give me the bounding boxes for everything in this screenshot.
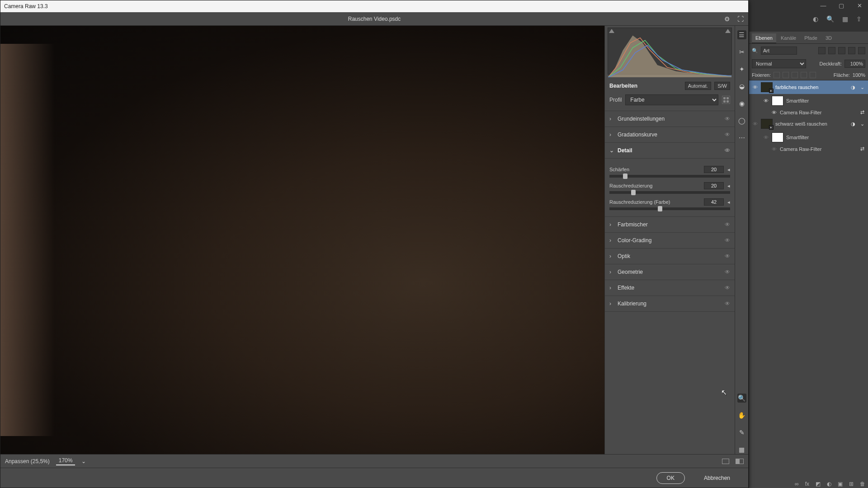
section-grading[interactable]: › Color-Grading 👁 <box>605 233 735 249</box>
layer-name[interactable]: Camera Raw-Filter <box>780 146 856 152</box>
bw-button[interactable]: S/W <box>714 82 730 90</box>
histogram[interactable] <box>608 28 732 75</box>
fit-label[interactable]: Anpassen (25,5%) <box>5 458 50 465</box>
fullscreen-icon[interactable]: ⛶ <box>737 15 744 23</box>
layer-row[interactable]: 👁 ▸ schwarz weiß rauschen ◑ ⌄ <box>749 117 868 131</box>
filter-options-icon[interactable]: ⇄ <box>859 109 865 115</box>
layer-name[interactable]: farbliches rauschen <box>775 84 847 90</box>
spot-tool-icon[interactable]: ✦ <box>737 65 746 74</box>
grid-tool-icon[interactable]: ▦ <box>737 445 746 454</box>
filter-badge-icon[interactable]: ◑ <box>850 84 856 90</box>
visibility-icon[interactable]: 👁 <box>752 121 758 127</box>
fx-icon[interactable]: fx <box>805 481 809 487</box>
trash-icon[interactable]: 🗑 <box>860 481 865 487</box>
filter-smart-icon[interactable] <box>858 47 865 54</box>
visibility-icon[interactable]: 👁 <box>725 221 730 228</box>
visibility-icon[interactable]: 👁 <box>763 135 769 140</box>
opacity-value[interactable]: 100% <box>844 60 865 68</box>
edit-tool-icon[interactable]: ☰ <box>737 30 746 39</box>
cloud-docs-icon[interactable]: ◐ <box>813 15 818 23</box>
layer-row[interactable]: 👁 Smartfilter <box>749 94 868 108</box>
split-view-icon[interactable] <box>736 459 744 464</box>
visibility-icon[interactable]: 👁 <box>725 147 730 154</box>
chevron-down-icon[interactable]: ⌄ <box>859 84 865 90</box>
maximize-icon[interactable]: ▢ <box>837 2 845 9</box>
group-icon[interactable]: ▣ <box>838 481 843 487</box>
gear-icon[interactable]: ⚙ <box>724 15 730 23</box>
layer-thumb[interactable]: ▸ <box>761 82 773 92</box>
cancel-button[interactable]: Abbrechen <box>694 473 740 483</box>
filter-adjust-icon[interactable] <box>828 47 835 54</box>
mask-icon[interactable]: ◩ <box>816 481 821 487</box>
cnr-slider[interactable] <box>609 207 730 210</box>
new-layer-icon[interactable]: ⊞ <box>849 481 854 487</box>
section-effects[interactable]: › Effekte 👁 <box>605 280 735 296</box>
lock-position-icon[interactable] <box>792 72 798 78</box>
disclosure-icon[interactable]: ◂ <box>727 167 730 173</box>
lock-transparency-icon[interactable] <box>774 72 780 78</box>
layer-thumb[interactable]: ▸ <box>761 119 773 129</box>
nr-value[interactable] <box>704 182 724 189</box>
nr-slider[interactable] <box>609 191 730 194</box>
lock-artboard-icon[interactable] <box>801 72 807 78</box>
filter-type-icon[interactable] <box>838 47 845 54</box>
visibility-icon[interactable]: 👁 <box>763 98 769 103</box>
before-view-icon[interactable] <box>722 459 729 464</box>
sampler-tool-icon[interactable]: ✎ <box>737 428 746 437</box>
section-mixer[interactable]: › Farbmischer 👁 <box>605 217 735 233</box>
layer-row[interactable]: 👁 Smartfilter <box>749 131 868 144</box>
image-canvas[interactable] <box>0 26 604 454</box>
hand-tool-icon[interactable]: ✋ <box>737 411 746 420</box>
tab-paths[interactable]: Pfade <box>801 33 821 43</box>
local-adjust-icon[interactable]: ◒ <box>737 82 746 91</box>
tab-channels[interactable]: Kanäle <box>777 33 800 43</box>
section-optics[interactable]: › Optik 👁 <box>605 249 735 264</box>
section-basic[interactable]: › Grundeinstellungen 👁 <box>605 111 735 127</box>
adjustment-icon[interactable]: ◐ <box>827 481 831 487</box>
visibility-icon[interactable]: 👁 <box>725 237 730 244</box>
lock-all-icon[interactable] <box>810 72 816 78</box>
disclosure-icon[interactable]: ◂ <box>727 199 730 205</box>
close-icon[interactable]: ✕ <box>855 2 863 9</box>
fill-value[interactable]: 100% <box>853 72 865 78</box>
visibility-icon[interactable]: 👁 <box>725 253 730 259</box>
visibility-icon[interactable]: 👁 <box>725 285 730 291</box>
radial-tool-icon[interactable]: ◯ <box>737 116 746 125</box>
crop-tool-icon[interactable]: ✂ <box>737 47 746 56</box>
layer-row[interactable]: 👁 ▸ farbliches rauschen ◑ ⌄ <box>749 80 868 94</box>
filter-badge-icon[interactable]: ◑ <box>850 121 856 127</box>
visibility-icon[interactable]: 👁 <box>725 269 730 275</box>
layer-row[interactable]: 👁 Camera Raw-Filter ⇄ <box>749 144 868 154</box>
lock-pixels-icon[interactable] <box>783 72 789 78</box>
layer-filter-input[interactable] <box>761 47 797 55</box>
section-geometry[interactable]: › Geometrie 👁 <box>605 264 735 280</box>
filter-shape-icon[interactable] <box>848 47 855 54</box>
redeye-tool-icon[interactable]: ◉ <box>737 99 746 108</box>
tab-3d[interactable]: 3D <box>822 33 835 43</box>
layer-name[interactable]: Camera Raw-Filter <box>780 110 856 115</box>
sharpen-value[interactable] <box>704 166 724 173</box>
section-calibration[interactable]: › Kalibrierung 👁 <box>605 296 735 312</box>
chevron-down-icon[interactable]: ⌄ <box>859 121 865 127</box>
visibility-icon[interactable]: 👁 <box>725 116 730 122</box>
filter-pixel-icon[interactable] <box>818 47 826 54</box>
visibility-icon[interactable]: 👁 <box>725 300 730 307</box>
layer-row[interactable]: 👁 Camera Raw-Filter ⇄ <box>749 108 868 117</box>
minimize-icon[interactable]: — <box>819 2 827 9</box>
layer-name[interactable]: schwarz weiß rauschen <box>775 121 847 127</box>
ok-button[interactable]: OK <box>656 472 685 484</box>
share-icon[interactable]: ⇪ <box>856 15 862 23</box>
workspace-icon[interactable]: ▦ <box>842 15 848 23</box>
cnr-value[interactable] <box>704 198 724 206</box>
visibility-icon[interactable]: 👁 <box>771 110 777 115</box>
zoom-value[interactable]: 170% <box>56 457 75 465</box>
filter-options-icon[interactable]: ⇄ <box>859 146 865 152</box>
link-icon[interactable]: ∞ <box>795 481 799 487</box>
section-curve[interactable]: › Gradationskurve 👁 <box>605 127 735 143</box>
profile-browser-icon[interactable] <box>722 96 730 104</box>
chevron-down-icon[interactable]: ⌄ <box>81 458 86 465</box>
visibility-icon[interactable]: 👁 <box>725 131 730 138</box>
mask-thumb[interactable] <box>772 132 783 142</box>
search-icon[interactable]: 🔍 <box>826 15 834 23</box>
profile-select[interactable]: Farbe <box>625 94 718 105</box>
